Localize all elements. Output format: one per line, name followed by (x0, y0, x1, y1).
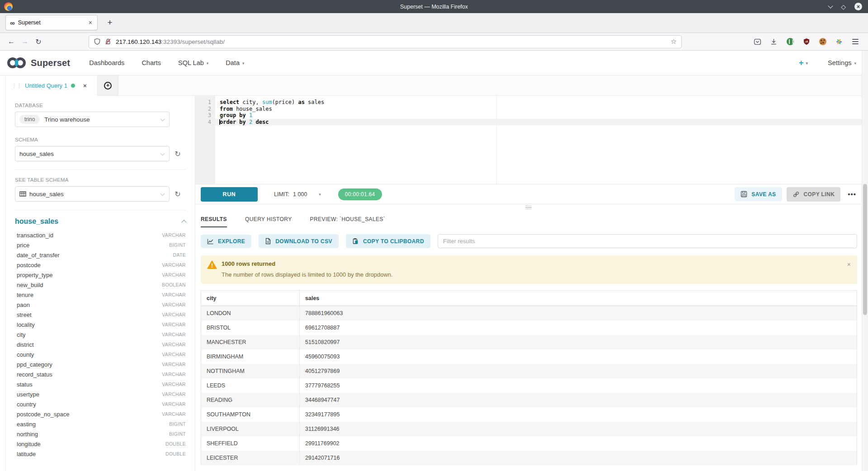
column-header-sales[interactable]: sales (300, 291, 857, 306)
pocket-icon[interactable] (754, 38, 761, 46)
add-new-button[interactable]: +▾ (799, 58, 808, 68)
schema-column-row[interactable]: transaction_idVARCHAR (15, 230, 186, 240)
results-table-header: city sales (201, 291, 857, 306)
table-select[interactable]: house_sales (15, 186, 170, 202)
tab-preview-house-sales[interactable]: PREVIEW: `HOUSE_SALES` (310, 216, 386, 227)
schema-column-row[interactable]: postcodeVARCHAR (15, 260, 186, 270)
table-schema-header[interactable]: house_sales (15, 217, 186, 226)
schema-column-row[interactable]: statusVARCHAR (15, 379, 186, 389)
schema-column-row[interactable]: districtVARCHAR (15, 339, 186, 349)
bookmark-star-icon[interactable]: ☆ (671, 38, 677, 46)
new-tab-button[interactable]: + (103, 16, 117, 29)
column-name: street (17, 311, 32, 318)
shield-icon[interactable] (94, 38, 101, 45)
schema-column-row[interactable]: cityVARCHAR (15, 330, 186, 339)
tab-close-icon[interactable]: × (88, 19, 93, 26)
drag-grip-icon[interactable]: ⋮⋮ (11, 82, 21, 89)
chevron-down-icon: ▾ (207, 61, 209, 66)
url-field[interactable]: 217.160.120.143:32393/superset/sqllab/ ☆ (89, 35, 682, 48)
column-type: BOOLEAN (162, 282, 186, 287)
colorful-extension-icon[interactable] (835, 38, 843, 46)
copy-link-button[interactable]: COPY LINK (787, 187, 841, 202)
ublock-icon[interactable]: uB (802, 38, 810, 46)
privacy-badger-icon[interactable] (786, 38, 794, 46)
schema-column-row[interactable]: paonVARCHAR (15, 300, 186, 310)
schema-column-row[interactable]: postcode_no_spaceVARCHAR (15, 409, 186, 419)
resize-handle[interactable] (525, 206, 532, 210)
schema-column-row[interactable]: new_buildBOOLEAN (15, 280, 186, 290)
save-as-button[interactable]: SAVE AS (735, 187, 782, 201)
more-actions-button[interactable]: ••• (848, 190, 856, 198)
column-name: new_build (17, 282, 43, 288)
column-header-city[interactable]: city (201, 291, 300, 306)
copy-to-clipboard-button[interactable]: COPY TO CLIPBOARD (346, 234, 430, 248)
query-tab-close-icon[interactable]: × (83, 82, 87, 89)
column-name: record_status (17, 371, 52, 378)
chevron-up-icon[interactable] (181, 220, 186, 225)
column-name: country (17, 401, 36, 408)
sql-editor[interactable]: 1234 select city, sum(price) as salesfro… (195, 96, 862, 184)
cell-city: MANCHESTER (201, 335, 300, 349)
run-button[interactable]: RUN (201, 187, 258, 202)
schema-column-row[interactable]: latitudeDOUBLE (15, 449, 186, 459)
explore-button[interactable]: EXPLORE (201, 235, 251, 248)
column-type: VARCHAR (162, 332, 186, 337)
settings-menu[interactable]: Settings▾ (828, 59, 856, 66)
refresh-schema-icon[interactable]: ↻ (170, 150, 186, 158)
schema-column-row[interactable]: priceBIGINT (15, 240, 186, 250)
schema-column-row[interactable]: tenureVARCHAR (15, 290, 186, 300)
table-row: NOTTINGHAM40512797869 (201, 364, 857, 378)
schema-column-row[interactable]: longitudeDOUBLE (15, 439, 186, 449)
schema-column-row[interactable]: localityVARCHAR (15, 320, 186, 330)
nav-sql-lab[interactable]: SQL Lab▾ (178, 59, 208, 66)
filter-results-input[interactable]: Filter results (438, 234, 857, 248)
database-select[interactable]: trino Trino warehouse (15, 112, 170, 127)
browser-tab[interactable]: ∞ Superset × (5, 15, 98, 30)
query-tab-untitled-1[interactable]: ⋮⋮ Untitled Query 1 × (6, 75, 98, 96)
sqllab-main: 1234 select city, sum(price) as salesfro… (195, 96, 862, 471)
page-scrollbar[interactable] (862, 51, 868, 471)
downloads-icon[interactable] (770, 38, 778, 46)
limit-dropdown[interactable]: LIMIT: 1 000 ▾ (274, 191, 321, 198)
schema-column-row[interactable]: eastingBIGINT (15, 419, 186, 429)
insecure-lock-icon[interactable] (104, 38, 112, 45)
superset-brand[interactable]: Superset (6, 57, 70, 69)
forward-button[interactable]: → (18, 38, 32, 46)
chevron-down-icon (160, 117, 165, 122)
nav-data[interactable]: Data▾ (226, 59, 244, 66)
save-icon (741, 191, 747, 198)
cookie-extension-icon[interactable] (819, 38, 826, 46)
schema-select[interactable]: house_sales (15, 146, 170, 161)
schema-column-row[interactable]: countyVARCHAR (15, 349, 186, 359)
schema-column-row[interactable]: property_typeVARCHAR (15, 270, 186, 280)
schema-column-row[interactable]: streetVARCHAR (15, 310, 186, 320)
column-type: VARCHAR (162, 342, 186, 347)
schema-column-row[interactable]: record_statusVARCHAR (15, 369, 186, 379)
download-csv-button[interactable]: DOWNLOAD TO CSV (259, 234, 339, 248)
cell-sales: 51510820997 (300, 335, 857, 349)
schema-column-row[interactable]: usertypeVARCHAR (15, 389, 186, 399)
results-panel: RESULTS QUERY HISTORY PREVIEW: `HOUSE_SA… (195, 211, 862, 471)
cell-sales: 34468947747 (300, 393, 857, 407)
schema-column-row[interactable]: date_of_transferDATE (15, 250, 186, 260)
warning-icon (207, 260, 217, 269)
database-engine-pill: trino (19, 115, 40, 124)
scrollbar-thumb[interactable] (863, 184, 867, 315)
refresh-table-icon[interactable]: ↻ (170, 190, 186, 198)
table-row: LIVERPOOL31126991346 (201, 422, 857, 436)
tab-query-history[interactable]: QUERY HISTORY (245, 216, 292, 227)
reload-button[interactable]: ↻ (32, 38, 45, 46)
schema-column-row[interactable]: countryVARCHAR (15, 399, 186, 409)
back-button[interactable]: ← (5, 38, 18, 46)
alert-close-icon[interactable]: × (847, 261, 851, 278)
schema-column-row[interactable]: ppd_categoryVARCHAR (15, 359, 186, 369)
add-query-tab-button[interactable]: + (98, 75, 118, 95)
editor-code[interactable]: select city, sum(price) as salesfrom hou… (215, 96, 862, 184)
tab-results[interactable]: RESULTS (201, 216, 227, 227)
column-type: VARCHAR (162, 391, 186, 397)
cell-sales: 788861960063 (300, 306, 857, 320)
nav-dashboards[interactable]: Dashboards (89, 59, 124, 66)
schema-column-row[interactable]: northingBIGINT (15, 429, 186, 439)
menu-icon[interactable] (851, 38, 859, 46)
nav-charts[interactable]: Charts (142, 59, 161, 66)
